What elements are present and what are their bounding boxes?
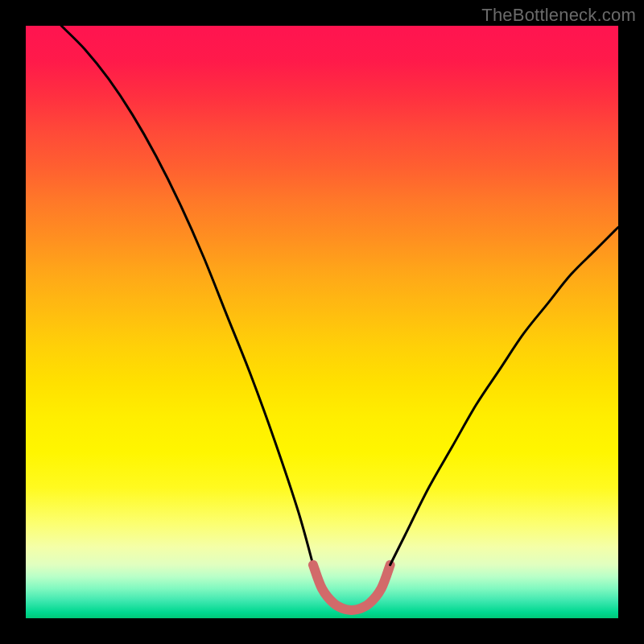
series-minimum-plateau [313, 565, 390, 610]
chart-frame: TheBottleneck.com [0, 0, 644, 644]
watermark-text: TheBottleneck.com [481, 5, 636, 26]
series-left-descent [61, 26, 313, 565]
plot-area [26, 26, 618, 618]
curve-layer [26, 26, 618, 618]
series-right-ascent [390, 227, 618, 565]
